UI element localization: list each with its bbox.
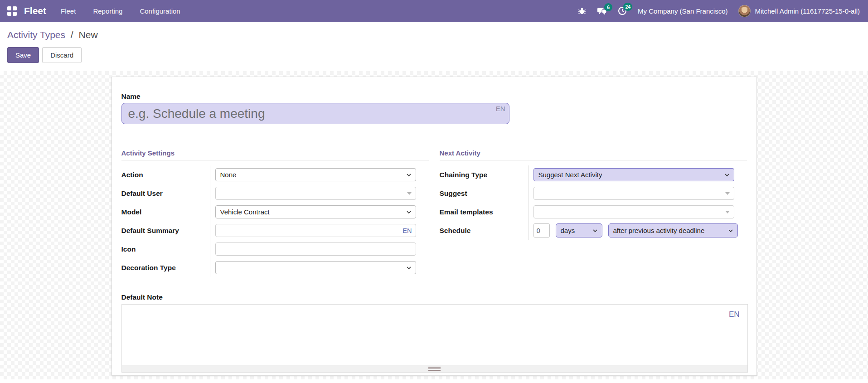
menu-configuration[interactable]: Configuration [140,7,180,15]
icon-input[interactable] [215,242,416,256]
activity-settings-title: Activity Settings [121,149,429,160]
next-activity-title: Next Activity [440,149,747,160]
user-name: Mitchell Admin (11617725-15-0-all) [755,7,860,15]
save-button[interactable]: Save [7,47,39,63]
row-schedule: Schedule days after previous activity de… [440,221,747,240]
caret-down-icon[interactable] [725,192,730,195]
row-default-summary: Default Summary EN [121,221,429,240]
menu-reporting[interactable]: Reporting [93,7,122,15]
action-label: Action [121,171,143,179]
main-menu: Fleet Reporting Configuration [61,7,180,15]
user-avatar [738,5,751,17]
user-menu[interactable]: Mitchell Admin (11617725-15-0-all) [738,5,860,17]
discard-button[interactable]: Discard [42,47,82,63]
schedule-trigger-select[interactable]: after previous activity deadline [608,223,738,238]
schedule-unit-select[interactable]: days [556,223,602,238]
form-groups: Activity Settings Action None Default Us… [121,149,747,277]
email-templates-input[interactable] [533,205,734,218]
top-navbar: Fleet Fleet Reporting Configuration [0,0,868,22]
group-activity-settings: Activity Settings Action None Default Us… [121,149,429,277]
breadcrumb: Activity Types / New [7,29,861,40]
model-select-value: Vehicle Contract [220,208,270,216]
default-summary-input[interactable] [215,224,416,237]
schedule-number-input[interactable] [533,223,550,238]
apps-menu-icon[interactable] [7,6,17,16]
grip-icon [428,367,441,371]
name-input[interactable] [121,103,509,124]
chevron-down-icon [592,228,598,233]
row-chaining-type: Chaining Type Suggest Next Activity [440,165,747,184]
row-action: Action None [121,165,429,184]
activities-count-badge: 24 [623,3,632,11]
row-default-user: Default User [121,184,429,203]
chaining-type-select-value: Suggest Next Activity [538,171,602,179]
chevron-down-icon [406,209,412,215]
note-resize-handle[interactable] [122,365,747,372]
debug-bug-icon[interactable] [578,7,586,15]
default-user-label: Default User [121,189,163,198]
form-sheet: Name EN Activity Settings Action None [112,77,757,376]
email-templates-label: Email templates [440,208,493,216]
messages-count-badge: 6 [604,3,612,11]
breadcrumb-parent-link[interactable]: Activity Types [7,29,65,40]
chevron-down-icon [406,265,412,271]
form-action-buttons: Save Discard [7,47,861,63]
navbar-right: 6 24 My Company (San Francisco) Mitchell… [578,5,860,17]
default-note-label: Default Note [121,293,747,301]
app-brand[interactable]: Fleet [24,5,46,16]
breadcrumb-current: New [79,29,98,40]
suggest-label: Suggest [440,189,467,198]
default-summary-label: Default Summary [121,227,179,235]
action-select-value: None [220,171,237,179]
schedule-label: Schedule [440,227,471,235]
row-suggest: Suggest [440,184,747,203]
default-user-input[interactable] [215,187,416,200]
menu-fleet[interactable]: Fleet [61,7,76,15]
row-decoration-type: Decoration Type [121,258,429,277]
chevron-down-icon [406,172,412,178]
action-select[interactable]: None [215,168,416,181]
company-switcher[interactable]: My Company (San Francisco) [638,7,727,15]
row-icon: Icon [121,240,429,258]
default-note-textarea[interactable] [122,305,747,365]
name-label: Name [121,92,747,101]
chevron-down-icon [728,228,733,233]
form-view-background: Name EN Activity Settings Action None [0,71,868,379]
model-select[interactable]: Vehicle Contract [215,205,416,218]
row-model: Model Vehicle Contract [121,203,429,221]
chaining-type-select[interactable]: Suggest Next Activity [533,168,734,181]
model-label: Model [121,208,142,216]
breadcrumb-separator: / [71,29,73,40]
control-panel: Activity Types / New Save Discard [0,22,868,71]
chevron-down-icon [724,172,730,178]
icon-label: Icon [121,245,136,253]
default-note-box: EN [121,304,748,373]
activities-clock-icon[interactable]: 24 [618,6,627,15]
decoration-type-select[interactable] [215,261,416,274]
caret-down-icon[interactable] [407,192,412,195]
caret-down-icon[interactable] [725,211,730,213]
default-note-block: Default Note EN [121,293,747,373]
messages-icon[interactable]: 6 [597,7,607,15]
suggest-input[interactable] [533,187,734,200]
schedule-unit-value: days [561,227,575,234]
row-email-templates: Email templates [440,203,747,221]
chaining-type-label: Chaining Type [440,171,488,179]
schedule-trigger-value: after previous activity deadline [613,227,705,234]
name-field-block: Name EN [121,92,747,124]
group-next-activity: Next Activity Chaining Type Suggest Next… [440,149,747,277]
decoration-type-label: Decoration Type [121,264,176,272]
